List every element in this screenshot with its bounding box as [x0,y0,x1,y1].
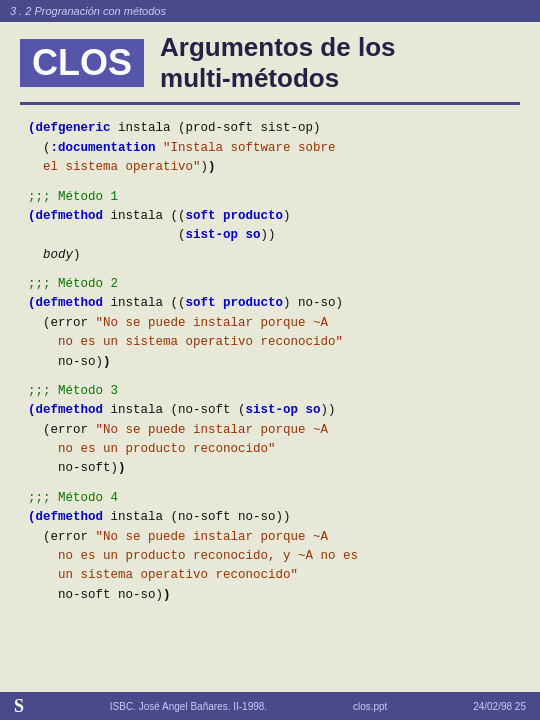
header-title-line1: Argumentos de los [160,32,395,63]
footer-left: ISBC. José Angel Bañares. II-1998. [110,701,267,712]
slide: 3 . 2 Progranación con métodos CLOS Argu… [0,0,540,720]
code-comment-2: ;;; Método 1 (defmethod instala ((soft p… [28,188,512,266]
footer-right: 24/02/98 25 [473,701,526,712]
footer: S ISBC. José Angel Bañares. II-1998. clo… [0,692,540,720]
top-bar-title: 3 . 2 Progranación con métodos [10,5,166,17]
code-comment-3: ;;; Método 2 (defmethod instala ((soft p… [28,275,512,372]
code-block-1: (defgeneric instala (prod-soft sist-op) … [28,119,512,177]
code-block-2: ;;; Método 1 (defmethod instala ((soft p… [28,188,512,266]
header-title: Argumentos de los multi-métodos [160,32,395,94]
header-title-line2: multi-métodos [160,63,395,94]
clos-badge: CLOS [20,39,144,87]
footer-center: clos.ppt [353,701,387,712]
code-area: (defgeneric instala (prod-soft sist-op) … [0,115,540,619]
code-text-1: (defgeneric instala (prod-soft sist-op) … [28,119,512,177]
footer-logo: S [14,696,24,717]
header-divider [20,102,520,105]
code-block-5: ;;; Método 4 (defmethod instala (no-soft… [28,489,512,605]
code-comment-5: ;;; Método 4 (defmethod instala (no-soft… [28,489,512,605]
code-block-3: ;;; Método 2 (defmethod instala ((soft p… [28,275,512,372]
code-comment-4: ;;; Método 3 (defmethod instala (no-soft… [28,382,512,479]
top-bar: 3 . 2 Progranación con métodos [0,0,540,22]
header-area: CLOS Argumentos de los multi-métodos [0,22,540,102]
code-block-4: ;;; Método 3 (defmethod instala (no-soft… [28,382,512,479]
